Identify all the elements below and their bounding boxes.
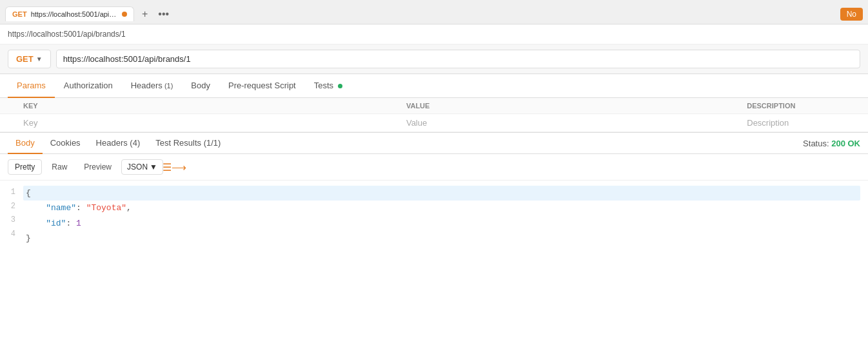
headers-badge: (1) — [163, 82, 173, 90]
tab-tests[interactable]: Tests — [305, 74, 351, 98]
col-num-header — [0, 98, 15, 114]
top-right-button[interactable]: No — [840, 8, 863, 21]
tab-headers[interactable]: Headers (1) — [122, 74, 182, 98]
pretty-button[interactable]: Pretty — [8, 159, 42, 175]
col-key-header: KEY — [15, 98, 399, 114]
add-tab-button[interactable]: + — [139, 7, 150, 21]
method-button[interactable]: GET ▼ — [8, 50, 51, 68]
tab-prerequest[interactable]: Pre-request Script — [219, 74, 305, 98]
response-toolbar: Pretty Raw Preview JSON ▼ ☰⟶ — [0, 154, 868, 181]
response-tabs-row: Body Cookies Headers (4) Test Results (1… — [0, 133, 868, 154]
request-bar: GET ▼ — [0, 44, 868, 74]
response-tab-cookies[interactable]: Cookies — [43, 133, 88, 154]
desc-cell[interactable]: Description — [739, 114, 868, 132]
response-section: Body Cookies Headers (4) Test Results (1… — [0, 132, 868, 284]
method-arrow: ▼ — [36, 55, 43, 63]
code-content: { "name": "Toyota", "id": 1 } — [23, 186, 860, 279]
tab-url: https://localhost:5001/api/brand — [31, 10, 118, 18]
code-line-2: "name": "Toyota", — [23, 201, 860, 215]
line-num-4: 4 — [8, 228, 15, 242]
tab-params[interactable]: Params — [8, 74, 55, 98]
more-button[interactable]: ••• — [155, 7, 172, 21]
tab-method: GET — [12, 10, 27, 18]
browser-tab[interactable]: GET https://localhost:5001/api/brand — [5, 6, 134, 21]
format-label: JSON — [127, 162, 148, 172]
col-value-header: VALUE — [399, 98, 739, 114]
code-line-4: } — [23, 231, 860, 246]
tab-body[interactable]: Body — [182, 74, 219, 98]
wrap-icon: ☰⟶ — [163, 161, 186, 173]
preview-button[interactable]: Preview — [77, 159, 119, 175]
code-line-1: { — [23, 186, 860, 201]
code-area: 1 2 3 4 { "name": "Toyota", "id": 1 } — [0, 181, 868, 284]
status-badge: Status: 200 OK — [803, 139, 860, 148]
row-num — [0, 114, 15, 132]
url-bar: https://localhost:5001/api/brands/1 — [0, 24, 868, 44]
test-results-badge: (1/1) — [201, 138, 221, 148]
request-url-input[interactable] — [56, 50, 860, 68]
value-cell[interactable]: Value — [399, 114, 739, 132]
code-line-3: "id": 1 — [23, 216, 860, 231]
status-value: 200 OK — [831, 139, 860, 148]
line-num-2: 2 — [8, 200, 15, 214]
raw-button[interactable]: Raw — [44, 159, 74, 175]
line-numbers: 1 2 3 4 — [0, 186, 23, 279]
format-arrow: ▼ — [150, 162, 157, 172]
wrap-button[interactable]: ☰⟶ — [166, 158, 184, 176]
line-num-3: 3 — [8, 213, 15, 228]
current-url: https://localhost:5001/api/brands/1 — [8, 30, 126, 39]
browser-tab-bar: GET https://localhost:5001/api/brand + •… — [0, 0, 868, 24]
tests-dot — [338, 84, 342, 88]
format-select[interactable]: JSON ▼ — [121, 159, 163, 175]
request-tabs-row: Params Authorization Headers (1) Body Pr… — [0, 74, 868, 98]
method-label: GET — [16, 54, 34, 64]
key-cell[interactable]: Key — [15, 114, 399, 132]
tab-authorization[interactable]: Authorization — [55, 74, 122, 98]
response-tab-headers[interactable]: Headers (4) — [88, 133, 148, 154]
col-desc-header: DESCRIPTION — [739, 98, 868, 114]
line-num-1: 1 — [8, 186, 15, 200]
response-tab-test-results[interactable]: Test Results (1/1) — [148, 133, 228, 154]
tab-dot — [122, 12, 127, 17]
response-headers-badge: (4) — [128, 138, 141, 148]
response-tab-body[interactable]: Body — [8, 133, 43, 154]
table-row: Key Value Description — [0, 114, 868, 132]
tab-actions: + ••• — [139, 7, 172, 21]
params-table: KEY VALUE DESCRIPTION Key Value Descript… — [0, 98, 868, 132]
